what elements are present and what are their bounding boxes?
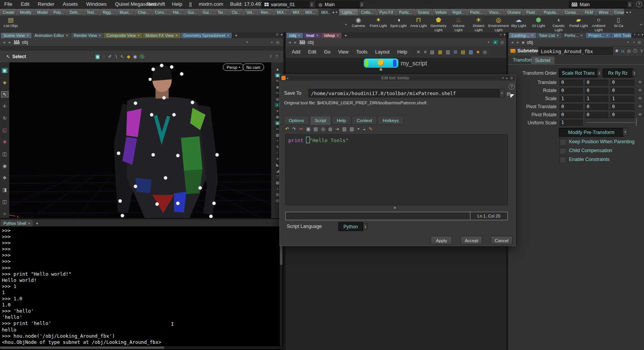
shelf-tab[interactable]: Oceans [505, 9, 523, 15]
menu-item[interactable]: Help [169, 0, 186, 8]
uniform-scale-slider[interactable] [587, 122, 635, 123]
node-template-flag[interactable] [365, 60, 368, 67]
shelf-scroll-right-icon[interactable]: ▸ [641, 22, 642, 26]
shelf-tool[interactable]: ⊓ Area Light [408, 16, 428, 32]
pane-tab[interactable]: Scene View× [1, 33, 32, 38]
menu-item[interactable]: Build: 17.0.497 [227, 0, 267, 8]
shelf-tab[interactable]: Collis... [358, 9, 376, 15]
path-dropdown-icon[interactable]: ▾ [627, 40, 629, 44]
close-icon[interactable]: × [316, 33, 318, 37]
new-tab-button[interactable]: + [33, 220, 41, 226]
shelf-tab[interactable]: Ter... [215, 9, 229, 15]
close-icon[interactable]: × [28, 221, 30, 225]
move-tool-icon[interactable]: ✛ [2, 104, 8, 109]
pane-tab[interactable]: Composite View× [104, 33, 142, 38]
checkbox[interactable] [559, 138, 566, 146]
back-icon[interactable]: ◄ [2, 40, 6, 44]
shelf-tool[interactable]: ◎ Environment Light [488, 16, 509, 32]
rotate-tool-icon[interactable]: ↻ [2, 116, 8, 121]
pre-transform-dropdown[interactable]: Modify Pre-Transform [559, 128, 624, 137]
shelf-tab[interactable]: MIX... [303, 9, 318, 15]
shelf-tool[interactable]: ○ Ambient Light [589, 16, 609, 32]
tab-python-shell[interactable]: Python Shell× [1, 220, 33, 226]
dialog-tab[interactable]: Options [284, 116, 309, 125]
shelf-tool[interactable]: ◉ Camera [348, 16, 368, 32]
param-field-x[interactable]: 0 [559, 103, 584, 110]
shelf-tab[interactable]: Vol... [244, 9, 258, 15]
tab-subnet[interactable]: Subnet [531, 57, 554, 64]
tools-icon[interactable]: ✕ [417, 49, 420, 55]
desktop-selector[interactable]: varomix_01 [262, 1, 314, 8]
close-icon[interactable]: × [606, 33, 608, 37]
shelf-tab[interactable]: Defo... [67, 9, 84, 15]
close-icon[interactable]: × [580, 33, 582, 37]
layout-grid-icon[interactable]: ▥ [446, 49, 450, 55]
menu-item[interactable]: Edit [304, 49, 320, 55]
param-field-y[interactable]: 1 [584, 95, 609, 102]
new-tab-button[interactable]: + [342, 33, 350, 38]
pane-tab[interactable]: Animation Editor× [32, 33, 71, 38]
pin-icon[interactable]: ▪ [633, 40, 635, 44]
shelf-tab[interactable]: Lights... [339, 9, 358, 15]
param-field-y[interactable]: 0 [584, 111, 609, 118]
view-camera-icon[interactable]: ◫ [2, 199, 8, 204]
shelf-tab[interactable]: Poly... [51, 9, 67, 15]
checkbox[interactable] [559, 156, 566, 163]
new-tab-button[interactable]: + [232, 33, 240, 38]
shelf-tab[interactable]: Hai... [170, 9, 184, 15]
radio-icon[interactable]: ◎ [637, 40, 641, 44]
context-tab[interactable]: /shop× [321, 33, 341, 38]
scroll-up-icon[interactable]: ▲ [275, 67, 281, 71]
shelf-tool[interactable]: ⬟ Geometry Light [428, 16, 448, 32]
comment-alt-icon[interactable]: ◒ [363, 126, 366, 132]
normals-icon[interactable]: Ⓝ [140, 54, 144, 60]
path-text[interactable]: obj [527, 40, 533, 45]
menu-item[interactable]: Help [393, 49, 411, 55]
shelf-tab[interactable]: Cons... [152, 9, 170, 15]
menu-item[interactable]: Layout [371, 49, 394, 55]
hand-tool-icon[interactable]: ❖ [2, 175, 8, 181]
scale-tool-icon[interactable]: ◱ [2, 127, 8, 133]
param-field-z[interactable]: 0 [610, 79, 635, 85]
script-language-dropdown[interactable]: Python [338, 222, 363, 231]
close-icon[interactable]: × [557, 33, 559, 37]
shelf-tool[interactable]: ▯ St Ca [609, 16, 629, 32]
xform-order-dropdown[interactable]: Scale Rot Trans [559, 69, 598, 77]
pane-maximize-icon[interactable]: ▪ [500, 33, 501, 37]
file-icon[interactable]: ▧ [342, 126, 346, 132]
save-to-dropdown-icon[interactable]: ▾ [499, 89, 505, 97]
forward-icon[interactable]: ► [294, 40, 297, 44]
pane-tab[interactable]: Take List× [536, 33, 562, 38]
shelf-tab[interactable]: Text... [84, 9, 100, 15]
dialog-tab[interactable]: Script [310, 116, 331, 125]
back-icon[interactable]: ◄ [288, 40, 291, 44]
comment-icon[interactable]: ◓ [357, 126, 360, 132]
ladder-handle-icon[interactable]: ✛ [638, 112, 642, 117]
back-icon[interactable]: ◄ [510, 40, 514, 44]
toolbar-menu-icon[interactable]: ⠿ [269, 55, 272, 59]
viewport-3d-scene[interactable]: y x Persp▾ No cam [0, 62, 271, 218]
checkbox[interactable] [559, 147, 566, 154]
undo-icon[interactable]: ↶ [285, 126, 289, 132]
menu-item[interactable]: Assets [59, 0, 82, 8]
close-icon[interactable]: × [298, 33, 300, 37]
shelf-tool[interactable]: ⬢ GI Light [529, 16, 549, 32]
shelf-tool[interactable]: ☀ Distant Light [468, 16, 488, 32]
persp-button[interactable]: Persp▾ [223, 64, 244, 71]
shelf-tool[interactable]: ▰ Portal Light [569, 16, 589, 32]
radio-icon[interactable]: ◎ [500, 40, 504, 44]
dialog-tab[interactable]: Context [352, 116, 377, 125]
new-tab-button[interactable]: + [634, 33, 636, 37]
edit-icon[interactable]: ✎ [369, 126, 373, 132]
shelf-tab[interactable]: Vellum [432, 9, 449, 15]
menu-item[interactable]: Redshift [143, 0, 169, 8]
xform-order-spinner[interactable]: ▲▼ [597, 70, 602, 76]
ladder-handle-icon[interactable]: ✛ [638, 88, 642, 93]
close-icon[interactable]: × [176, 33, 177, 37]
menu-item[interactable]: mixtrn.com [195, 0, 227, 8]
color-palette-icon[interactable]: ▦ [438, 49, 442, 55]
pane-tab[interactable]: Looking...× [509, 33, 536, 38]
shelf-tab[interactable]: Modify [17, 9, 34, 15]
select-visible-icon[interactable]: ↖ [120, 54, 124, 59]
pane-tab[interactable]: Perfor...× [562, 33, 585, 38]
